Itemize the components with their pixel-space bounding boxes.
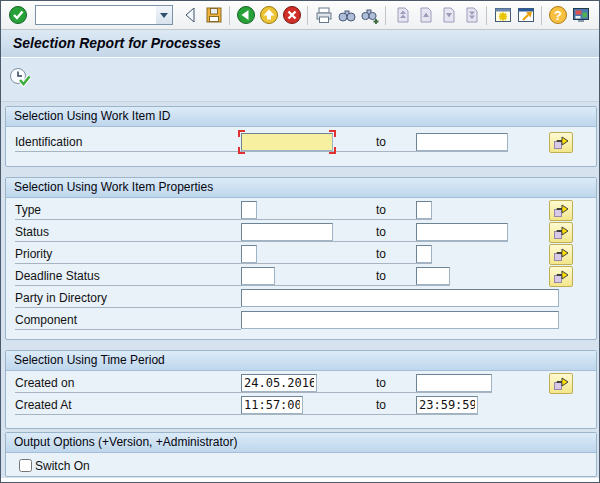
section-time-period: Selection Using Time Period Created on t… xyxy=(5,350,597,429)
field-row-switch-on: Switch On xyxy=(6,455,596,477)
page-down-icon[interactable] xyxy=(436,4,459,27)
toolbar-separator xyxy=(229,6,230,25)
type-from-input[interactable] xyxy=(241,201,257,219)
field-label: Type xyxy=(15,203,41,217)
leader-line xyxy=(15,219,432,220)
exit-icon[interactable] xyxy=(257,4,280,27)
field-row-created-on: Created on to xyxy=(6,373,596,395)
to-label: to xyxy=(376,398,386,412)
section-work-item-properties: Selection Using Work Item Properties Typ… xyxy=(5,177,597,340)
collapse-command-field-icon[interactable] xyxy=(179,4,202,27)
to-label: to xyxy=(376,376,386,390)
command-field xyxy=(35,5,173,25)
component-input[interactable] xyxy=(241,311,559,329)
identification-from-input[interactable] xyxy=(241,133,333,151)
leader-line xyxy=(15,392,492,393)
cancel-icon[interactable] xyxy=(280,4,303,27)
field-label: Identification xyxy=(15,135,82,149)
page-up-icon[interactable] xyxy=(413,4,436,27)
focused-field-frame xyxy=(241,133,333,151)
svg-text:?: ? xyxy=(554,8,562,23)
application-toolbar xyxy=(1,59,599,102)
multiple-selection-button[interactable] xyxy=(549,266,573,287)
section-header: Selection Using Work Item ID xyxy=(6,107,596,127)
to-label: to xyxy=(376,135,386,149)
bottom-strip xyxy=(1,478,599,483)
last-page-icon[interactable] xyxy=(459,4,482,27)
customize-layout-icon[interactable] xyxy=(569,4,592,27)
execute-icon[interactable] xyxy=(7,65,33,91)
to-label: to xyxy=(376,203,386,217)
field-label: Created on xyxy=(15,376,74,390)
first-page-icon[interactable] xyxy=(390,4,413,27)
party-in-directory-input[interactable] xyxy=(241,289,559,307)
create-shortcut-icon[interactable] xyxy=(514,4,537,27)
save-icon[interactable] xyxy=(202,4,225,27)
field-label: Party in Directory xyxy=(15,291,107,305)
field-row-identification: Identification to xyxy=(6,132,596,154)
multiple-selection-button[interactable] xyxy=(549,222,573,243)
type-to-input[interactable] xyxy=(416,201,432,219)
priority-from-input[interactable] xyxy=(241,245,257,263)
leader-line xyxy=(15,414,478,415)
help-icon[interactable]: ? xyxy=(546,4,569,27)
field-label: Deadline Status xyxy=(15,269,100,283)
checkbox-label: Switch On xyxy=(35,459,90,473)
multiple-selection-button[interactable] xyxy=(549,200,573,221)
field-row-type: Type to xyxy=(6,200,596,222)
field-label: Priority xyxy=(15,247,52,261)
section-header: Selection Using Time Period xyxy=(6,351,596,371)
leader-line xyxy=(15,307,241,308)
leader-line xyxy=(15,241,508,242)
toolbar-separator xyxy=(307,6,308,25)
new-session-icon[interactable] xyxy=(491,4,514,27)
section-output-options: Output Options (+Version, +Administrator… xyxy=(5,432,597,477)
system-toolbar: ? xyxy=(1,1,599,30)
command-dropdown-icon[interactable] xyxy=(156,6,172,24)
to-label: to xyxy=(376,269,386,283)
field-row-created-at: Created At to xyxy=(6,395,596,417)
leader-line xyxy=(15,151,508,152)
field-row-deadline-status: Deadline Status to xyxy=(6,266,596,288)
print-icon[interactable] xyxy=(312,4,335,27)
status-from-input[interactable] xyxy=(241,223,333,241)
command-input[interactable] xyxy=(35,5,173,25)
field-row-priority: Priority to xyxy=(6,244,596,266)
identification-to-input[interactable] xyxy=(416,133,508,151)
created-on-from-input[interactable] xyxy=(241,374,317,392)
field-row-status: Status to xyxy=(6,222,596,244)
section-work-item-id: Selection Using Work Item ID Identificat… xyxy=(5,106,597,167)
leader-line xyxy=(15,329,241,330)
toolbar-separator xyxy=(385,6,386,25)
field-row-party-in-directory: Party in Directory xyxy=(6,288,596,310)
section-header: Output Options (+Version, +Administrator… xyxy=(6,433,596,453)
switch-on-checkbox[interactable] xyxy=(19,459,32,472)
toolbar-separator xyxy=(541,6,542,25)
section-header: Selection Using Work Item Properties xyxy=(6,178,596,198)
field-label: Created At xyxy=(15,398,72,412)
multiple-selection-button[interactable] xyxy=(549,373,573,394)
page-title: Selection Report for Processes xyxy=(1,30,599,58)
deadline-status-to-input[interactable] xyxy=(416,267,450,285)
field-label: Status xyxy=(15,225,49,239)
created-on-to-input[interactable] xyxy=(416,374,492,392)
sap-window: ? Selection Report for Processes Selecti… xyxy=(0,0,600,483)
enter-icon[interactable] xyxy=(6,4,29,27)
toolbar-separator xyxy=(486,6,487,25)
status-to-input[interactable] xyxy=(416,223,508,241)
field-row-component: Component xyxy=(6,310,596,332)
deadline-status-from-input[interactable] xyxy=(241,267,275,285)
priority-to-input[interactable] xyxy=(416,245,432,263)
created-at-from-input[interactable] xyxy=(241,396,303,414)
find-icon[interactable] xyxy=(335,4,358,27)
multiple-selection-button[interactable] xyxy=(549,132,573,153)
find-next-icon[interactable] xyxy=(358,4,381,27)
leader-line xyxy=(15,285,450,286)
to-label: to xyxy=(376,247,386,261)
created-at-to-input[interactable] xyxy=(416,396,478,414)
back-icon[interactable] xyxy=(234,4,257,27)
multiple-selection-button[interactable] xyxy=(549,244,573,265)
to-label: to xyxy=(376,225,386,239)
field-label: Component xyxy=(15,313,77,327)
leader-line xyxy=(15,263,432,264)
